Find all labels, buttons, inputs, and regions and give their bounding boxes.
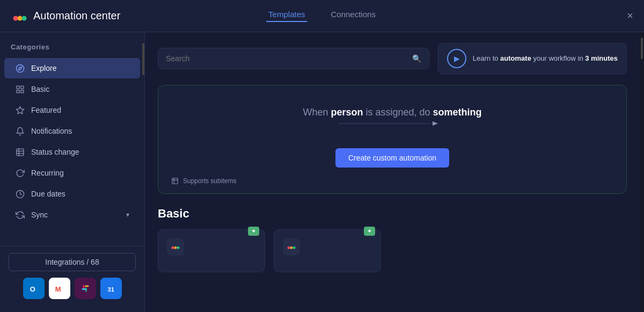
svg-rect-11 — [17, 149, 24, 156]
svg-text:M: M — [55, 285, 61, 293]
video-text: Learn to automate your workflow in 3 min… — [473, 54, 618, 63]
outlook-icon[interactable]: O — [23, 278, 45, 299]
card-logo-1 — [167, 238, 184, 256]
svg-point-35 — [288, 246, 290, 249]
bell-icon — [15, 126, 25, 136]
svg-rect-29 — [172, 178, 178, 184]
integrations-icons-row: O M 31 — [9, 278, 136, 299]
svg-point-36 — [290, 246, 293, 249]
sidebar-item-basic[interactable]: Basic — [4, 79, 140, 99]
search-box[interactable]: 🔍 — [158, 48, 429, 69]
svg-point-37 — [293, 246, 296, 249]
app-title: Automation center — [33, 10, 120, 22]
title-normal: center — [91, 10, 121, 21]
card-badge-1: ✦ — [248, 227, 259, 236]
template-card-2[interactable]: ✦ — [274, 229, 381, 272]
sidebar-item-due-dates[interactable]: Due dates — [4, 184, 140, 204]
right-scrollbar-thumb — [641, 38, 643, 59]
svg-marker-28 — [433, 121, 438, 126]
sidebar-item-basic-label: Basic — [31, 85, 49, 93]
create-custom-automation-button[interactable]: Create custom automation — [335, 148, 449, 168]
template-cards-row: ✦ ✦ — [158, 229, 627, 272]
logo-area: Automation center — [11, 8, 120, 25]
title-bold: Automation — [33, 10, 87, 21]
compass-icon — [15, 63, 25, 73]
sync-icon — [15, 210, 25, 220]
sidebar-item-status-change-label: Status change — [31, 148, 79, 156]
sidebar-item-explore-label: Explore — [31, 64, 56, 72]
svg-point-4 — [16, 64, 24, 72]
chevron-down-icon: ▾ — [126, 211, 129, 219]
content-area: 🔍 ▶ Learn to automate your workflow in 3… — [145, 32, 640, 312]
table-icon — [15, 147, 25, 157]
svg-rect-6 — [17, 86, 19, 89]
svg-point-3 — [22, 16, 27, 20]
template-card-1[interactable]: ✦ — [158, 229, 265, 272]
sidebar-scroll: Categories Explore Basic — [0, 39, 144, 246]
sidebar-item-recurring-label: Recurring — [31, 169, 64, 177]
svg-rect-7 — [20, 86, 23, 89]
tab-connections[interactable]: Connections — [328, 10, 377, 22]
sidebar-item-due-dates-label: Due dates — [31, 190, 65, 198]
sidebar-item-featured[interactable]: Featured — [4, 100, 140, 120]
svg-rect-9 — [17, 90, 19, 92]
top-row: 🔍 ▶ Learn to automate your workflow in 3… — [158, 43, 627, 74]
integrations-button[interactable]: Integrations / 68 — [9, 253, 136, 271]
sidebar: Categories Explore Basic — [0, 32, 145, 312]
svg-rect-21 — [83, 285, 84, 289]
gmail-icon[interactable]: M — [49, 278, 70, 299]
refresh-icon — [15, 168, 25, 178]
video-card[interactable]: ▶ Learn to automate your workflow in 3 m… — [438, 43, 627, 74]
sidebar-item-status-change[interactable]: Status change — [4, 142, 140, 162]
sidebar-item-sync-label: Sync — [31, 211, 48, 219]
slack-icon[interactable] — [75, 278, 96, 299]
sidebar-item-featured-label: Featured — [31, 106, 61, 114]
close-button[interactable]: × — [627, 10, 633, 22]
search-input[interactable] — [166, 54, 412, 63]
svg-rect-23 — [82, 288, 85, 290]
card-badge-2: ✦ — [364, 227, 375, 236]
sidebar-item-sync[interactable]: Sync ▾ — [4, 205, 140, 225]
right-scrollbar — [640, 32, 644, 312]
svg-rect-20 — [79, 282, 91, 294]
automation-card: When person is assigned, do something Cr… — [158, 85, 627, 194]
sidebar-item-notifications[interactable]: Notifications — [4, 121, 140, 141]
categories-label: Categories — [0, 39, 144, 57]
header-nav: Templates Connections — [266, 10, 378, 22]
svg-point-34 — [177, 246, 180, 249]
svg-point-32 — [172, 246, 174, 249]
automation-text: When person is assigned, do something — [303, 107, 481, 127]
video-play-button[interactable]: ▶ — [447, 49, 466, 68]
svg-rect-8 — [20, 90, 23, 92]
svg-text:31: 31 — [107, 286, 114, 293]
svg-rect-22 — [85, 288, 87, 292]
basic-section-title: Basic — [158, 207, 627, 221]
play-icon: ▶ — [454, 54, 460, 63]
svg-marker-5 — [18, 67, 21, 70]
grid-icon — [15, 84, 25, 94]
sidebar-scrollbar — [142, 43, 144, 75]
monday-logo — [11, 8, 28, 25]
svg-point-1 — [13, 16, 18, 20]
sidebar-item-explore[interactable]: Explore — [4, 58, 140, 78]
card-logo-2 — [283, 238, 300, 256]
svg-point-2 — [18, 16, 23, 20]
header: Automation center Templates Connections … — [0, 0, 644, 32]
sidebar-bottom: Integrations / 68 O M — [0, 246, 144, 306]
search-icon: 🔍 — [412, 54, 421, 63]
main-layout: Categories Explore Basic — [0, 32, 644, 312]
sidebar-item-notifications-label: Notifications — [31, 127, 72, 135]
star-icon — [15, 105, 25, 115]
svg-text:O: O — [30, 285, 35, 293]
clock-icon — [15, 189, 25, 199]
svg-rect-24 — [85, 286, 89, 287]
svg-marker-10 — [16, 106, 24, 113]
calendar-icon[interactable]: 31 — [100, 278, 122, 299]
tab-templates[interactable]: Templates — [266, 10, 307, 22]
supports-subitems: Supports subitems — [171, 177, 236, 185]
svg-point-33 — [174, 246, 177, 249]
sidebar-item-recurring[interactable]: Recurring — [4, 163, 140, 183]
